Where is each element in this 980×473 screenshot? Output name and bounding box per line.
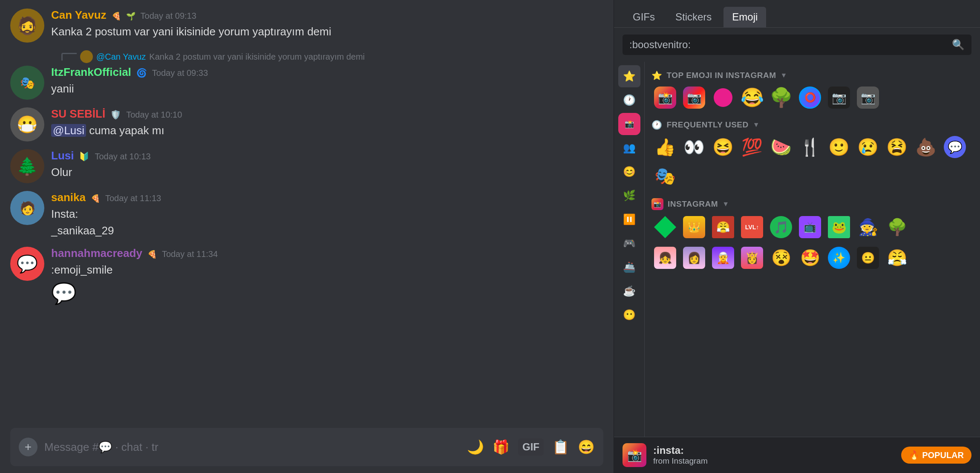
boost-badge: 🌱 <box>126 12 135 21</box>
emoji-icon[interactable]: 😄 <box>578 439 595 455</box>
mood-icon[interactable]: 🌙 <box>467 439 484 455</box>
category-food[interactable]: ☕ <box>618 280 640 302</box>
category-nature[interactable]: 🌿 <box>618 185 640 207</box>
emoji-eyes[interactable]: 👀 <box>680 133 708 161</box>
emoji-discord-blue[interactable]: 💬 <box>941 133 968 161</box>
timestamp: Today at 09:33 <box>152 68 208 78</box>
message-input[interactable]: Message #💬 · chat · tr <box>44 441 460 454</box>
chat-input-bar: + Message #💬 · chat · tr 🌙 🎁 GIF 📋 😄 <box>10 428 603 466</box>
category-gaming[interactable]: 🎮 <box>618 232 640 254</box>
gif-button[interactable]: GIF <box>518 438 544 456</box>
tab-stickers[interactable]: Stickers <box>667 7 720 27</box>
emoji-search-input[interactable] <box>629 39 947 51</box>
discord-emoji: 💬 <box>51 282 603 306</box>
category-travel[interactable]: 🚢 <box>618 256 640 278</box>
avatar: 🧔 <box>10 9 44 43</box>
section-collapse-arrow2[interactable]: ▼ <box>753 121 760 129</box>
emoji-face-crop[interactable]: 😤 <box>709 213 737 241</box>
emoji-twitch[interactable]: 📺 <box>796 213 824 241</box>
emoji-poop[interactable]: 💩 <box>912 133 940 161</box>
emoji-diamond[interactable] <box>651 213 679 241</box>
input-actions: 🌙 🎁 GIF 📋 😄 <box>467 438 595 456</box>
category-instagram[interactable]: 📸 <box>618 113 640 135</box>
avatar: 🎭 <box>10 66 44 100</box>
emoji-tired[interactable]: 😫 <box>883 133 911 161</box>
emoji-camera-gray[interactable]: 📷 <box>854 84 882 111</box>
popular-label: POPULAR <box>922 450 964 460</box>
timestamp: Today at 11:34 <box>162 249 218 259</box>
message-content: SU SEBİLİ 🛡️ Today at 10:10 @Lusi cuma y… <box>51 107 603 139</box>
emoji-spotify[interactable]: 🎵 <box>767 213 795 241</box>
nitro-badge: 🍕 <box>147 250 157 259</box>
tooltip-source: from Instagram <box>653 456 894 466</box>
emoji-watermelon[interactable]: 🍉 <box>767 133 795 161</box>
category-favorites[interactable]: ⭐ <box>618 65 640 87</box>
emoji-pink-circle[interactable] <box>709 84 737 111</box>
emoji-tree2[interactable]: 🌳 <box>883 213 911 241</box>
message-content: ItzFrankOfficial 🌀 Today at 09:33 yanii <box>51 66 603 97</box>
sticker-icon[interactable]: 📋 <box>552 439 569 455</box>
emoji-content: ⭐ TOP EMOJI IN INSTAGRAM ▼ 📸 📷 <box>645 62 980 437</box>
message-with-reply: @Can Yavuz Kanka 2 postum var yani ikisi… <box>10 50 603 100</box>
emoji-anime-girl1[interactable]: 👧 <box>651 244 679 271</box>
nitro-badge: 🍕 <box>91 194 100 203</box>
message-group: 🧔 Can Yavuz 🍕 🌱 Today at 09:13 Kanka 2 p… <box>10 9 603 43</box>
emoji-sparkle-blue[interactable]: ✨ <box>825 244 853 271</box>
category-activities[interactable]: ⏸️ <box>618 208 640 231</box>
emoji-thumbsup[interactable]: 👍 <box>651 133 679 161</box>
username: Lusi <box>51 149 74 162</box>
username: Can Yavuz <box>51 9 107 22</box>
emoji-level-up[interactable]: LVL↑ <box>738 213 766 241</box>
category-symbols[interactable]: 😶 <box>618 304 640 326</box>
message-group: 🌲 Lusi 🔰 Today at 10:13 Olur <box>10 149 603 183</box>
tab-emoji[interactable]: Emoji <box>723 7 766 27</box>
emoji-camera-dark[interactable]: 📷 <box>825 84 853 111</box>
emoji-dark-face[interactable]: 😐 <box>854 244 882 271</box>
emoji-laughing[interactable]: 😂 <box>738 84 766 111</box>
emoji-dizzy[interactable]: 😵 <box>767 244 795 271</box>
emoji-angry[interactable]: 😤 <box>883 244 911 271</box>
section-clock-icon: 🕐 <box>651 120 663 130</box>
message-header: Can Yavuz 🍕 🌱 Today at 09:13 <box>51 9 603 22</box>
emoji-tree[interactable]: 🌳 <box>767 84 795 111</box>
emoji-grinning[interactable]: 😆 <box>709 133 737 161</box>
emoji-cry[interactable]: 😢 <box>854 133 882 161</box>
message-header: SU SEBİLİ 🛡️ Today at 10:10 <box>51 107 603 121</box>
gift-icon[interactable]: 🎁 <box>493 439 510 455</box>
section-collapse-arrow3[interactable]: ▼ <box>722 200 729 208</box>
emoji-frog-pixel[interactable]: 🐸 <box>825 213 853 241</box>
picker-body: ⭐ 🕐 📸 👥 😊 🌿 ⏸️ 🎮 🚢 ☕ 😶 ⭐ TOP EMOJI IN IN… <box>614 62 980 437</box>
emoji-insta-outline[interactable]: 📷 <box>680 84 708 111</box>
section-collapse-arrow[interactable]: ▼ <box>780 72 787 79</box>
emoji-insta-gradient[interactable]: 📸 <box>651 84 679 111</box>
instagram-grid-row2: 👧 👩 🧝 👸 😵 🤩 ✨ <box>651 244 973 275</box>
emoji-anime-purple[interactable]: 🧝 <box>709 244 737 271</box>
timestamp: Today at 11:13 <box>105 193 161 203</box>
category-smileys[interactable]: 😊 <box>618 161 640 183</box>
verified-badge: 🌀 <box>136 68 147 78</box>
avatar: 🌲 <box>10 149 44 183</box>
emoji-fork[interactable]: 🍴 <box>796 133 824 161</box>
message-content: Lusi 🔰 Today at 10:13 Olur <box>51 149 603 181</box>
section-title-top-instagram: TOP EMOJI IN INSTAGRAM <box>667 71 776 80</box>
emoji-anime-girl2[interactable]: 👩 <box>680 244 708 271</box>
add-attachment-button[interactable]: + <box>19 438 37 456</box>
emoji-anime-girl3[interactable]: 👸 <box>738 244 766 271</box>
category-group[interactable]: 👥 <box>618 137 640 159</box>
emoji-wizard[interactable]: 🧙 <box>854 213 882 241</box>
emoji-smile[interactable]: 🙂 <box>825 133 853 161</box>
message-header: sanika 🍕 Today at 11:13 <box>51 191 603 204</box>
username: hannahmacready <box>51 247 142 260</box>
picker-tabs: GIFs Stickers Emoji <box>614 0 980 28</box>
emoji-pepe-crown[interactable]: 👑 <box>680 213 708 241</box>
timestamp: Today at 10:13 <box>95 152 150 162</box>
section-title-frequently-used: FREQUENTLY USED <box>667 120 749 130</box>
emoji-100[interactable]: 💯 <box>738 133 766 161</box>
section-header-instagram: 📸 INSTAGRAM ▼ <box>651 193 973 213</box>
category-recent[interactable]: 🕐 <box>618 89 640 111</box>
emoji-threads[interactable]: ⭕ <box>796 84 824 111</box>
emoji-witch[interactable]: 🎭 <box>651 162 679 190</box>
tab-gifs[interactable]: GIFs <box>624 7 663 27</box>
message-text: :emoji_smile <box>51 262 603 278</box>
emoji-sparkle-eyes[interactable]: 🤩 <box>796 244 824 271</box>
